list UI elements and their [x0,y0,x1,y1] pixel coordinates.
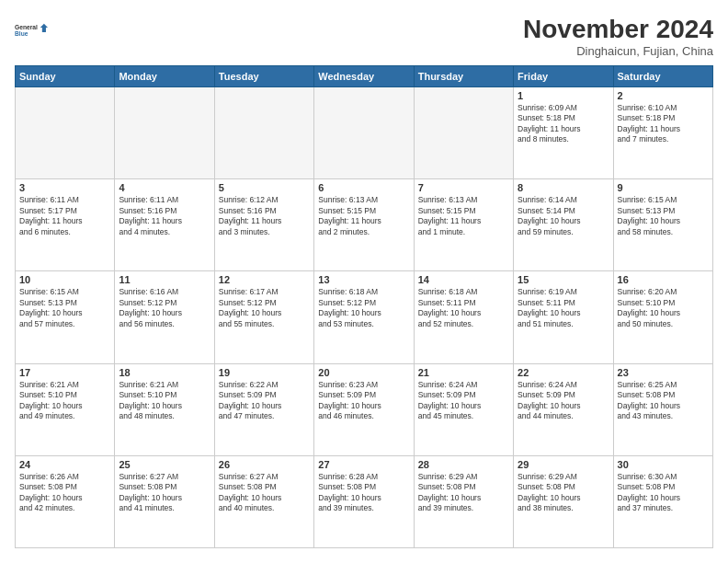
weekday-header: Wednesday [314,66,414,87]
day-info: Sunrise: 6:18 AM Sunset: 5:11 PM Dayligh… [418,287,509,329]
calendar-cell: 9Sunrise: 6:15 AM Sunset: 5:13 PM Daylig… [613,179,712,271]
weekday-header: Saturday [613,66,712,87]
day-number: 16 [618,274,709,285]
day-number: 23 [618,367,709,378]
day-info: Sunrise: 6:15 AM Sunset: 5:13 PM Dayligh… [618,195,709,237]
day-info: Sunrise: 6:19 AM Sunset: 5:11 PM Dayligh… [518,287,609,329]
calendar-cell [314,87,414,179]
day-info: Sunrise: 6:26 AM Sunset: 5:08 PM Dayligh… [19,472,110,514]
calendar-cell: 14Sunrise: 6:18 AM Sunset: 5:11 PM Dayli… [414,271,513,363]
calendar-cell: 20Sunrise: 6:23 AM Sunset: 5:09 PM Dayli… [314,363,414,455]
day-info: Sunrise: 6:27 AM Sunset: 5:08 PM Dayligh… [119,472,210,514]
day-number: 26 [219,459,310,470]
day-number: 24 [19,459,110,470]
day-info: Sunrise: 6:30 AM Sunset: 5:08 PM Dayligh… [618,472,709,514]
day-number: 8 [518,182,609,193]
calendar-cell: 22Sunrise: 6:24 AM Sunset: 5:09 PM Dayli… [514,363,613,455]
calendar-week-row: 1Sunrise: 6:09 AM Sunset: 5:18 PM Daylig… [16,87,713,179]
day-number: 1 [518,90,609,101]
day-number: 15 [518,274,609,285]
calendar-cell: 19Sunrise: 6:22 AM Sunset: 5:09 PM Dayli… [214,363,313,455]
svg-marker-2 [40,24,48,32]
weekday-header: Monday [115,66,214,87]
calendar-cell: 6Sunrise: 6:13 AM Sunset: 5:15 PM Daylig… [314,179,414,271]
day-info: Sunrise: 6:12 AM Sunset: 5:16 PM Dayligh… [219,195,310,237]
calendar-week-row: 17Sunrise: 6:21 AM Sunset: 5:10 PM Dayli… [16,363,713,455]
day-info: Sunrise: 6:22 AM Sunset: 5:09 PM Dayligh… [219,380,310,422]
day-info: Sunrise: 6:29 AM Sunset: 5:08 PM Dayligh… [518,472,609,514]
day-info: Sunrise: 6:11 AM Sunset: 5:16 PM Dayligh… [119,195,210,237]
calendar-cell: 27Sunrise: 6:28 AM Sunset: 5:08 PM Dayli… [314,455,414,547]
calendar-week-row: 3Sunrise: 6:11 AM Sunset: 5:17 PM Daylig… [16,179,713,271]
calendar-cell: 15Sunrise: 6:19 AM Sunset: 5:11 PM Dayli… [514,271,613,363]
day-number: 21 [418,367,509,378]
day-number: 14 [418,274,509,285]
day-info: Sunrise: 6:21 AM Sunset: 5:10 PM Dayligh… [119,380,210,422]
page: General Blue November 2024 Dinghaicun, F… [0,0,728,563]
logo-svg: General Blue [15,15,48,48]
title-block: November 2024 Dinghaicun, Fujian, China [523,15,713,58]
svg-text:Blue: Blue [15,30,28,37]
calendar-cell: 17Sunrise: 6:21 AM Sunset: 5:10 PM Dayli… [16,363,115,455]
day-info: Sunrise: 6:13 AM Sunset: 5:15 PM Dayligh… [318,195,409,237]
calendar-cell: 2Sunrise: 6:10 AM Sunset: 5:18 PM Daylig… [613,87,712,179]
calendar-cell: 18Sunrise: 6:21 AM Sunset: 5:10 PM Dayli… [115,363,214,455]
day-info: Sunrise: 6:21 AM Sunset: 5:10 PM Dayligh… [19,380,110,422]
day-number: 6 [318,182,409,193]
day-number: 30 [618,459,709,470]
day-number: 19 [219,367,310,378]
day-info: Sunrise: 6:27 AM Sunset: 5:08 PM Dayligh… [219,472,310,514]
location: Dinghaicun, Fujian, China [523,44,713,58]
day-info: Sunrise: 6:28 AM Sunset: 5:08 PM Dayligh… [318,472,409,514]
day-number: 12 [219,274,310,285]
calendar-cell: 12Sunrise: 6:17 AM Sunset: 5:12 PM Dayli… [214,271,313,363]
day-info: Sunrise: 6:29 AM Sunset: 5:08 PM Dayligh… [418,472,509,514]
calendar-cell [16,87,115,179]
month-title: November 2024 [523,15,713,44]
day-number: 2 [618,90,709,101]
calendar-cell: 29Sunrise: 6:29 AM Sunset: 5:08 PM Dayli… [514,455,613,547]
day-info: Sunrise: 6:23 AM Sunset: 5:09 PM Dayligh… [318,380,409,422]
day-number: 13 [318,274,409,285]
calendar-cell: 13Sunrise: 6:18 AM Sunset: 5:12 PM Dayli… [314,271,414,363]
day-info: Sunrise: 6:10 AM Sunset: 5:18 PM Dayligh… [618,103,709,145]
day-number: 11 [119,274,210,285]
day-number: 7 [418,182,509,193]
svg-text:General: General [15,24,38,30]
logo: General Blue [15,15,48,48]
calendar-cell: 1Sunrise: 6:09 AM Sunset: 5:18 PM Daylig… [514,87,613,179]
calendar-cell: 11Sunrise: 6:16 AM Sunset: 5:12 PM Dayli… [115,271,214,363]
calendar-cell: 7Sunrise: 6:13 AM Sunset: 5:15 PM Daylig… [414,179,513,271]
calendar-week-row: 10Sunrise: 6:15 AM Sunset: 5:13 PM Dayli… [16,271,713,363]
day-number: 5 [219,182,310,193]
day-info: Sunrise: 6:24 AM Sunset: 5:09 PM Dayligh… [518,380,609,422]
day-info: Sunrise: 6:14 AM Sunset: 5:14 PM Dayligh… [518,195,609,237]
day-info: Sunrise: 6:15 AM Sunset: 5:13 PM Dayligh… [19,287,110,329]
day-info: Sunrise: 6:16 AM Sunset: 5:12 PM Dayligh… [119,287,210,329]
calendar-week-row: 24Sunrise: 6:26 AM Sunset: 5:08 PM Dayli… [16,455,713,547]
calendar-cell: 28Sunrise: 6:29 AM Sunset: 5:08 PM Dayli… [414,455,513,547]
day-number: 9 [618,182,709,193]
weekday-header: Friday [514,66,613,87]
calendar-header-row: SundayMondayTuesdayWednesdayThursdayFrid… [16,66,713,87]
day-number: 17 [19,367,110,378]
calendar-cell: 26Sunrise: 6:27 AM Sunset: 5:08 PM Dayli… [214,455,313,547]
day-info: Sunrise: 6:18 AM Sunset: 5:12 PM Dayligh… [318,287,409,329]
weekday-header: Sunday [16,66,115,87]
day-number: 22 [518,367,609,378]
calendar-cell: 24Sunrise: 6:26 AM Sunset: 5:08 PM Dayli… [16,455,115,547]
day-number: 18 [119,367,210,378]
day-number: 4 [119,182,210,193]
calendar-cell: 30Sunrise: 6:30 AM Sunset: 5:08 PM Dayli… [613,455,712,547]
day-number: 20 [318,367,409,378]
day-info: Sunrise: 6:13 AM Sunset: 5:15 PM Dayligh… [418,195,509,237]
weekday-header: Tuesday [214,66,313,87]
calendar-cell: 16Sunrise: 6:20 AM Sunset: 5:10 PM Dayli… [613,271,712,363]
calendar-cell: 4Sunrise: 6:11 AM Sunset: 5:16 PM Daylig… [115,179,214,271]
calendar-cell [115,87,214,179]
day-info: Sunrise: 6:11 AM Sunset: 5:17 PM Dayligh… [19,195,110,237]
calendar-cell: 5Sunrise: 6:12 AM Sunset: 5:16 PM Daylig… [214,179,313,271]
calendar-body: 1Sunrise: 6:09 AM Sunset: 5:18 PM Daylig… [16,87,713,548]
calendar-cell: 25Sunrise: 6:27 AM Sunset: 5:08 PM Dayli… [115,455,214,547]
calendar-table: SundayMondayTuesdayWednesdayThursdayFrid… [15,65,713,548]
